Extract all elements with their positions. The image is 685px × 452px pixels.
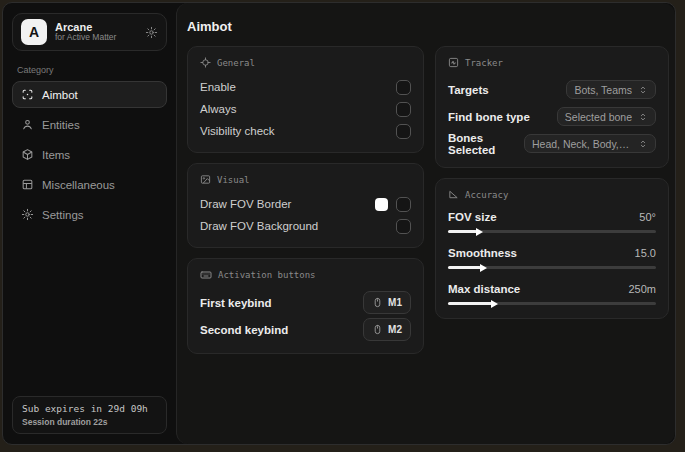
- cube-icon: [21, 148, 34, 161]
- select-value: Bots, Teams: [574, 84, 632, 96]
- setting-label: Draw FOV Background: [200, 220, 318, 232]
- general-card: General Enable Always Visibility check: [187, 46, 424, 153]
- layout-grid-icon: [21, 178, 34, 191]
- sub-expires-text: Sub expires in 29d 09h: [22, 403, 157, 414]
- sidebar-item-aimbot[interactable]: Aimbot: [12, 81, 167, 108]
- chevrons-up-down-icon: [638, 112, 648, 122]
- first-keybind-button[interactable]: M1: [363, 291, 411, 314]
- keybind-label: First keybind: [200, 297, 272, 309]
- smoothness-slider[interactable]: [448, 266, 656, 269]
- sidebar-item-settings[interactable]: Settings: [12, 201, 167, 228]
- visual-card: Visual Draw FOV Border Draw FOV Backgrou…: [187, 163, 424, 248]
- visibility-check-checkbox[interactable]: [396, 124, 411, 139]
- slider-value: 50°: [639, 211, 656, 223]
- setting-label: Enable: [200, 81, 236, 93]
- dropdown-label: Find bone type: [448, 111, 530, 123]
- keybind-value: M2: [388, 324, 402, 335]
- setting-row: Draw FOV Border: [200, 193, 411, 215]
- always-checkbox[interactable]: [396, 102, 411, 117]
- keybind-label: Second keybind: [200, 324, 288, 336]
- setting-label: Visibility check: [200, 125, 275, 137]
- chevrons-up-down-icon: [638, 85, 648, 95]
- sidebar-item-label: Miscellaneous: [42, 179, 115, 191]
- mouse-icon: [372, 324, 383, 335]
- dropdown-label: Bones Selected: [448, 132, 524, 156]
- setting-row: Enable: [200, 76, 411, 98]
- angle-icon: [448, 189, 459, 200]
- sidebar: A Arcane for Active Matter Category Aimb…: [3, 3, 176, 444]
- card-header-label: General: [217, 58, 255, 68]
- activation-buttons-card: Activation buttons First keybind M1 Seco…: [187, 258, 424, 354]
- entity-person-icon: [21, 118, 34, 131]
- activity-icon: [448, 57, 459, 68]
- dropdown-row: Bones Selected Head, Neck, Body, Pe…: [448, 130, 656, 157]
- app-logo: A: [21, 19, 47, 45]
- second-keybind-button[interactable]: M2: [363, 318, 411, 341]
- setting-row: Visibility check: [200, 120, 411, 142]
- accuracy-card: Accuracy FOV size 50° Smoothness: [435, 178, 669, 319]
- app-subtitle: for Active Matter: [55, 33, 116, 43]
- dropdown-row: Targets Bots, Teams: [448, 76, 656, 103]
- setting-label: Always: [200, 103, 236, 115]
- select-value: Head, Neck, Body, Pe…: [532, 138, 632, 150]
- keybind-row: Second keybind M2: [200, 316, 411, 343]
- app-window: A Arcane for Active Matter Category Aimb…: [2, 2, 676, 445]
- max-distance-slider[interactable]: [448, 302, 656, 305]
- tracker-card: Tracker Targets Bots, Teams Find bone ty…: [435, 46, 669, 168]
- setting-row: Draw FOV Background: [200, 215, 411, 237]
- subscription-info-card: Sub expires in 29d 09h Session duration …: [12, 396, 167, 434]
- setting-label: Draw FOV Border: [200, 198, 291, 210]
- bones-selected-select[interactable]: Head, Neck, Body, Pe…: [524, 134, 656, 153]
- enable-checkbox[interactable]: [396, 80, 411, 95]
- sidebar-item-label: Settings: [42, 209, 84, 221]
- sidebar-item-entities[interactable]: Entities: [12, 111, 167, 138]
- slider-thumb[interactable]: [476, 228, 483, 236]
- find-bone-type-select[interactable]: Selected bone: [557, 107, 656, 126]
- slider-thumb[interactable]: [491, 300, 498, 308]
- smoothness-slider-group: Smoothness 15.0: [448, 244, 656, 269]
- keybind-row: First keybind M1: [200, 289, 411, 316]
- setting-row: Always: [200, 98, 411, 120]
- image-icon: [200, 174, 211, 185]
- chevrons-up-down-icon: [638, 139, 648, 149]
- slider-value: 250m: [628, 283, 656, 295]
- sidebar-item-miscellaneous[interactable]: Miscellaneous: [12, 171, 167, 198]
- sidebar-item-items[interactable]: Items: [12, 141, 167, 168]
- slider-label: Max distance: [448, 283, 520, 295]
- card-header-label: Activation buttons: [218, 270, 316, 280]
- slider-value: 15.0: [635, 247, 656, 259]
- fov-size-slider[interactable]: [448, 230, 656, 233]
- dropdown-row: Find bone type Selected bone: [448, 103, 656, 130]
- targets-select[interactable]: Bots, Teams: [566, 80, 656, 99]
- crosshair-icon: [200, 57, 211, 68]
- dropdown-label: Targets: [448, 84, 489, 96]
- keyboard-icon: [200, 269, 212, 281]
- session-duration-text: Session duration 22s: [22, 417, 157, 427]
- draw-fov-border-checkbox[interactable]: [396, 197, 411, 212]
- fov-size-slider-group: FOV size 50°: [448, 208, 656, 233]
- keybind-value: M1: [388, 297, 402, 308]
- sidebar-item-label: Aimbot: [42, 89, 78, 101]
- sidebar-item-label: Items: [42, 149, 70, 161]
- select-value: Selected bone: [565, 111, 632, 123]
- mouse-icon: [372, 297, 383, 308]
- draw-fov-background-checkbox[interactable]: [396, 219, 411, 234]
- page-title: Aimbot: [187, 19, 669, 34]
- slider-thumb[interactable]: [480, 264, 487, 272]
- main-panel: Aimbot General Enable Alw: [176, 3, 675, 444]
- logo-card: A Arcane for Active Matter: [12, 13, 167, 51]
- crosshair-scan-icon: [21, 88, 34, 101]
- category-label: Category: [17, 65, 162, 75]
- card-header-label: Accuracy: [465, 190, 508, 200]
- slider-label: Smoothness: [448, 247, 517, 259]
- card-header-label: Visual: [217, 175, 250, 185]
- card-header-label: Tracker: [465, 58, 503, 68]
- slider-label: FOV size: [448, 211, 497, 223]
- gear-icon[interactable]: [145, 26, 158, 39]
- max-distance-slider-group: Max distance 250m: [448, 280, 656, 305]
- fov-border-color-swatch[interactable]: [375, 198, 388, 211]
- sidebar-item-label: Entities: [42, 119, 80, 131]
- gear-icon: [21, 208, 34, 221]
